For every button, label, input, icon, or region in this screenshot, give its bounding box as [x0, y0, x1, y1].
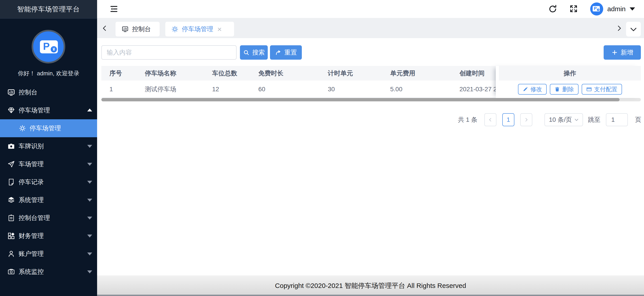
tabs-scroll-left-icon[interactable]	[101, 24, 108, 33]
sidebar-item-system-mgmt[interactable]: 系统管理	[0, 191, 97, 209]
sidebar: 智能停车场管理平台 P ¥ 你好！ admin, 欢迎登录 控制台 停车场管理	[0, 0, 97, 296]
search-button-label: 搜索	[252, 48, 265, 57]
sidebar-item-console[interactable]: 控制台	[0, 84, 97, 101]
tabs-scroll-right-icon[interactable]	[616, 24, 622, 33]
components-icon	[8, 232, 15, 240]
sidebar-item-account-mgmt[interactable]: 账户管理	[0, 245, 97, 263]
trash-icon	[554, 86, 560, 92]
column-header-actions: 操作	[499, 66, 641, 80]
column-header-lot-name: 停车场名称	[145, 66, 176, 80]
fullscreen-icon[interactable]	[569, 4, 578, 14]
cell-index: 1	[110, 80, 113, 98]
caret-down-icon	[87, 181, 92, 184]
copyright-text: Copyright ©2020-2021 智能停车场管理平台 All Right…	[275, 281, 466, 290]
reset-arrow-icon	[275, 49, 282, 56]
sidebar-item-plate-recognition[interactable]: 车牌识别	[0, 137, 97, 155]
tab-parking-mgmt-active[interactable]: 停车场管理 ×	[165, 22, 234, 36]
horizontal-scrollbar-track[interactable]	[101, 98, 641, 101]
sidebar-item-system-monitor[interactable]: 系统监控	[0, 263, 97, 281]
reset-button-label: 重置	[284, 48, 297, 57]
table-fixed-actions-column: 操作 修改 删除 支付配置	[496, 66, 641, 98]
avatar: P ¥	[590, 2, 603, 16]
tab-label: 停车场管理	[182, 25, 213, 34]
sidebar-item-label: 车牌识别	[18, 142, 44, 150]
edit-button-label: 修改	[530, 86, 542, 93]
add-button[interactable]: 新增	[604, 45, 641, 60]
caret-down-icon	[87, 234, 92, 238]
parking-logo-card: P ¥	[40, 40, 58, 53]
sidebar-item-label: 停车记录	[18, 178, 44, 186]
sidebar-header: 智能停车场管理平台	[0, 0, 97, 18]
delete-button-label: 删除	[562, 86, 574, 93]
pagination-total: 共 1 条	[458, 113, 478, 126]
footer: Copyright ©2020-2021 智能停车场管理平台 All Right…	[97, 275, 644, 296]
search-icon	[243, 49, 250, 56]
payment-config-button[interactable]: 支付配置	[582, 84, 622, 95]
pagination-page-unit: 页	[635, 113, 641, 126]
sidebar-item-parking-mgmt[interactable]: 停车场管理	[0, 101, 97, 119]
sidebar-item-label: 控制台	[18, 88, 38, 97]
column-header-free-time: 免费时长	[258, 66, 284, 80]
tab-console[interactable]: 控制台	[116, 22, 160, 36]
sidebar-item-console-mgmt[interactable]: 控制台管理	[0, 209, 97, 227]
sidebar-collapse-icon[interactable]	[110, 5, 118, 13]
sidebar-item-parking-records[interactable]: 停车记录	[0, 173, 97, 191]
horizontal-scrollbar-thumb[interactable]	[101, 98, 620, 101]
page-size-select[interactable]: 10 条/页	[544, 113, 583, 126]
camera-outline-icon	[8, 268, 15, 276]
search-button[interactable]: 搜索	[240, 45, 268, 60]
search-input[interactable]	[101, 45, 236, 60]
tabbar: 控制台 停车场管理 ×	[97, 18, 644, 38]
column-header-index: 序号	[110, 66, 122, 80]
user-menu[interactable]: P ¥ admin	[590, 2, 635, 16]
app-title: 智能停车场管理平台	[17, 5, 80, 14]
pagination-jump-label: 跳至	[588, 113, 600, 126]
sidebar-item-label: 车场管理	[18, 160, 44, 168]
gear-icon	[19, 125, 26, 132]
sidebar-item-finance-mgmt[interactable]: 财务管理	[0, 227, 97, 245]
sidebar-subitem-parking-mgmt-active[interactable]: 停车场管理	[0, 119, 97, 137]
tab-close-icon[interactable]: ×	[217, 26, 222, 32]
reset-button[interactable]: 重置	[270, 45, 302, 60]
caret-down-icon	[87, 145, 92, 148]
caret-down-icon	[87, 216, 92, 220]
column-header-created-at: 创建时间	[460, 66, 484, 80]
main-background	[97, 0, 644, 296]
edit-button[interactable]: 修改	[518, 84, 547, 95]
avatar-p-letter: P	[594, 6, 597, 11]
gem-icon	[8, 106, 15, 114]
caret-up-icon	[87, 108, 92, 112]
sidebar-item-label: 账户管理	[18, 250, 44, 258]
cell-unit-fee: 5.00	[390, 80, 402, 98]
pencil-icon	[522, 86, 528, 92]
add-button-label: 新增	[621, 48, 633, 57]
pagination-page-1-button[interactable]: 1	[502, 113, 514, 126]
app-window: 智能停车场管理平台 P ¥ 你好！ admin, 欢迎登录 控制台 停车场管理	[0, 0, 644, 296]
sidebar-subitem-label: 停车场管理	[30, 124, 61, 132]
pagination-next-button[interactable]	[520, 113, 532, 126]
pagination-jump-input[interactable]	[606, 113, 628, 126]
camera-icon	[8, 142, 15, 150]
sidebar-menu: 控制台 停车场管理 停车场管理 车牌识别	[0, 84, 97, 281]
chevron-right-icon	[524, 117, 528, 123]
avatar-yuan-coin-icon: ¥	[596, 8, 600, 12]
column-header-time-unit: 计时单元	[328, 66, 353, 80]
delete-button[interactable]: 删除	[550, 84, 578, 95]
pagination-prev-button[interactable]	[484, 113, 496, 126]
sidebar-item-lot-mgmt[interactable]: 车场管理	[0, 155, 97, 173]
cell-lot-name: 测试停车场	[145, 80, 176, 98]
sidebar-item-label: 控制台管理	[18, 214, 50, 222]
sidebar-item-label: 系统管理	[18, 196, 44, 204]
chevron-down-icon	[574, 117, 579, 122]
tabs-dropdown-button[interactable]	[626, 22, 641, 36]
user-icon	[8, 250, 15, 258]
sidebar-item-label: 停车场管理	[18, 106, 50, 114]
clipboard-icon	[8, 214, 15, 222]
chevron-left-icon	[488, 117, 493, 123]
cell-free-time: 60	[258, 80, 265, 98]
page-size-value: 10 条/页	[549, 116, 572, 124]
refresh-icon[interactable]	[548, 4, 558, 14]
tab-label: 控制台	[132, 25, 151, 34]
column-header-unit-fee: 单元费用	[390, 66, 415, 80]
dashboard-icon	[122, 26, 128, 32]
